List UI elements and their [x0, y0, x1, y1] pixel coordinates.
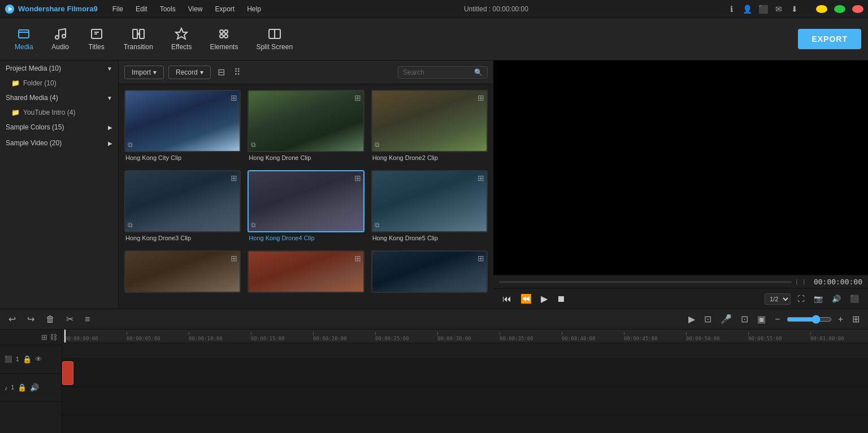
menu-file[interactable]: File — [107, 3, 129, 15]
zoom-out-button[interactable]: − — [772, 313, 783, 326]
search-input[interactable] — [403, 68, 471, 76]
preview-play-button[interactable]: ▶ — [539, 292, 550, 305]
media-item-hk-drone2[interactable]: ⊞ ⧉ Hong Kong Drone2 Clip — [371, 90, 488, 163]
minimize-button[interactable] — [816, 5, 827, 13]
toolbar-splitscreen-label: Split Screen — [256, 43, 293, 51]
media-label-hk-drone3: Hong Kong Drone3 Clip — [124, 232, 241, 244]
sidebar-item-folder[interactable]: 📁 Folder (10) — [0, 76, 118, 90]
timeline-clip-video1[interactable] — [62, 361, 73, 385]
lock-audio-button[interactable]: 🔒 — [18, 383, 27, 392]
add-track-link-button[interactable]: ⛓ — [50, 333, 57, 341]
media-thumb-inner-hk-drone4 — [249, 171, 363, 231]
zoom-in-button[interactable]: + — [835, 313, 846, 326]
delete-button[interactable]: 🗑 — [43, 313, 58, 326]
sidebar-section-sample-video[interactable]: Sample Video (20) ▶ — [0, 135, 118, 151]
cut-button[interactable]: ✂ — [63, 312, 76, 326]
lock-video-button[interactable]: 🔒 — [23, 355, 32, 363]
media-item-hk-street1[interactable]: ⊞ — [124, 250, 241, 293]
sidebar-section-project-media[interactable]: Project Media (10) ▼ — [0, 60, 118, 76]
snapshot-button[interactable]: 📷 — [811, 293, 825, 304]
zoom-slider[interactable] — [787, 315, 832, 324]
chevron-down-icon: ▼ — [107, 66, 112, 72]
toolbar-transition-label: Transition — [124, 43, 153, 51]
toolbar-audio[interactable]: Audio — [44, 24, 77, 54]
grid-view-icon[interactable]: ⠿ — [232, 66, 243, 79]
eye-video-button[interactable]: 👁 — [35, 355, 42, 363]
timeline-track-audio1[interactable] — [62, 387, 868, 415]
fullscreen-button[interactable]: ⛶ — [795, 293, 807, 304]
fit-button[interactable]: ⊞ — [849, 312, 862, 326]
download-icon[interactable]: ⬇ — [789, 5, 800, 14]
main-toolbar: Media Audio Titles Transition Effects — [0, 18, 868, 60]
sidebar-section-sample-colors[interactable]: Sample Colors (15) ▶ — [0, 119, 118, 135]
add-video-track-button[interactable]: ⊞ — [41, 333, 47, 341]
media-item-hk-drone4[interactable]: ⊞ ⧉ Hong Kong Drone4 Clip — [248, 170, 364, 244]
adjust-button[interactable]: ≡ — [82, 313, 93, 326]
record-button[interactable]: Record ▾ — [168, 66, 211, 79]
close-button[interactable] — [852, 5, 863, 13]
menu-view[interactable]: View — [183, 3, 209, 15]
media-item-hk-city[interactable]: ⊞ ⧉ Hong Kong City Clip — [124, 90, 241, 163]
menu-export[interactable]: Export — [209, 3, 240, 15]
media-item-hk-drone1[interactable]: ⊞ ⧉ Hong Kong Drone Clip — [248, 90, 364, 163]
preview-stop-button[interactable]: ⏹ — [554, 293, 568, 305]
media-label-hk-drone2: Hong Kong Drone2 Clip — [371, 152, 488, 163]
preview-step-back-button[interactable]: ⏮ — [500, 293, 514, 305]
info-icon[interactable]: ℹ — [726, 5, 737, 14]
undo-button[interactable]: ↩ — [6, 312, 19, 326]
preview-progress-bar[interactable] — [499, 281, 792, 283]
sidebar-section-shared-media[interactable]: Shared Media (4) ▼ — [0, 90, 118, 106]
export-button[interactable]: EXPORT — [798, 29, 861, 49]
clip-mix-button[interactable]: ⊡ — [738, 312, 751, 326]
share-icon[interactable]: ⬛ — [757, 5, 769, 14]
record-label: Record — [176, 68, 198, 76]
timeline-track-video1[interactable] — [62, 359, 868, 387]
mute-audio-button[interactable]: 🔊 — [30, 383, 39, 392]
subtitle-button[interactable]: ▣ — [754, 312, 769, 326]
menu-tools[interactable]: Tools — [154, 3, 181, 15]
media-item-hk-night1[interactable]: ⊞ — [371, 250, 488, 293]
toolbar-transition[interactable]: Transition — [116, 24, 161, 54]
ruler-mark-6: 00:00:30:00 — [437, 332, 500, 341]
ruler-marks: 00:00:00:00 00:00:05:00 00:00:10:00 00:0… — [62, 330, 868, 341]
media-item-hk-colorful1[interactable]: ⊞ — [248, 250, 364, 293]
sidebar-item-youtube-intro[interactable]: 📁 YouTube Intro (4) — [0, 106, 118, 119]
folder-icon-2: 📁 — [11, 109, 20, 116]
filter-icon[interactable]: ⊟ — [215, 66, 227, 79]
toolbar-titles[interactable]: Titles — [80, 24, 114, 54]
pip-button[interactable]: ⬛ — [848, 293, 861, 304]
toolbar-media[interactable]: Media — [7, 24, 41, 54]
grid-overlay-icon-9: ⊞ — [478, 254, 484, 263]
volume-button[interactable]: 🔊 — [830, 293, 843, 304]
sidebar-section-sample-colors-label: Sample Colors (15) — [6, 123, 64, 131]
svg-marker-8 — [176, 28, 187, 39]
media-item-hk-drone3[interactable]: ⊞ ⧉ Hong Kong Drone3 Clip — [124, 170, 241, 244]
preview-frame-back-button[interactable]: ⏪ — [518, 292, 534, 305]
toolbar-elements[interactable]: Elements — [202, 24, 246, 54]
mail-icon[interactable]: ✉ — [773, 5, 784, 14]
menu-edit[interactable]: Edit — [130, 3, 153, 15]
menu-help[interactable]: Help — [241, 3, 267, 15]
timeline-playhead[interactable] — [64, 330, 66, 343]
preview-mark-out: ⟩ — [802, 278, 806, 285]
media-item-hk-drone5[interactable]: ⊞ ⧉ Hong Kong Drone5 Clip — [371, 170, 488, 244]
grid-overlay-icon-8: ⊞ — [354, 254, 361, 263]
video-track-number: 1 — [16, 356, 19, 362]
toolbar-titles-label: Titles — [89, 43, 105, 51]
ruler-mark-7: 00:00:35:00 — [500, 332, 562, 341]
maximize-button[interactable] — [834, 5, 845, 13]
redo-button[interactable]: ↪ — [24, 312, 37, 326]
ruler-mark-12: 00:01:00:00 — [810, 332, 868, 341]
record-chevron-icon: ▾ — [200, 68, 203, 76]
media-thumb-hk-night1: ⊞ — [371, 250, 488, 293]
import-button[interactable]: Import ▾ — [124, 66, 164, 79]
chevron-down-icon-2: ▼ — [107, 95, 112, 101]
mic-button[interactable]: 🎤 — [718, 312, 735, 326]
snap-button[interactable]: ⊡ — [701, 312, 714, 326]
play-render-button[interactable]: ▶ — [685, 312, 698, 326]
account-icon[interactable]: 👤 — [741, 5, 753, 14]
toolbar-effects[interactable]: Effects — [163, 24, 199, 54]
search-icon[interactable]: 🔍 — [474, 68, 483, 76]
quality-select[interactable]: 1/2 — [765, 293, 791, 305]
toolbar-splitscreen[interactable]: Split Screen — [248, 24, 301, 54]
